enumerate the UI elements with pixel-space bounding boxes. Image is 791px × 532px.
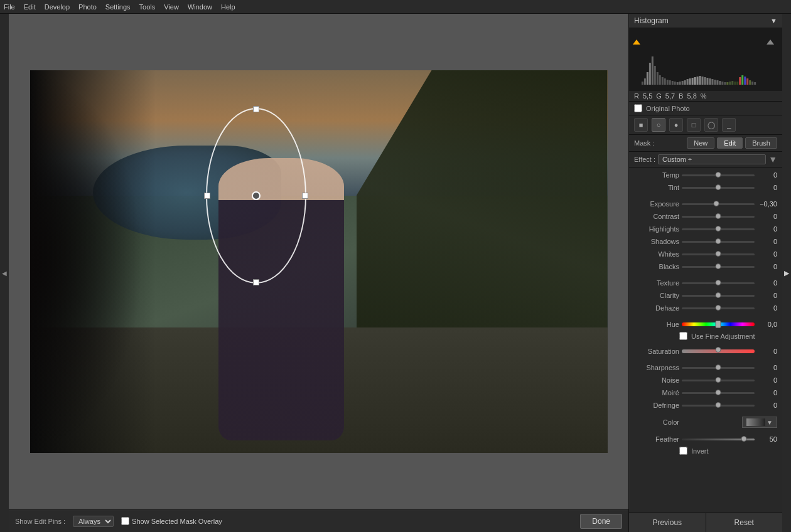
r-value: 5,5 <box>643 92 652 100</box>
highlights-thumb[interactable] <box>716 226 721 231</box>
moire-track[interactable] <box>682 392 755 394</box>
blacks-thumb[interactable] <box>716 263 721 269</box>
mask-brush-button[interactable]: Brush <box>745 137 777 149</box>
menu-tools[interactable]: Tools <box>139 3 156 11</box>
svg-rect-23 <box>699 76 701 85</box>
highlights-track[interactable] <box>682 228 755 230</box>
temp-track[interactable] <box>682 174 755 176</box>
mask-new-button[interactable]: New <box>687 137 714 149</box>
histogram-dropdown-icon[interactable]: ▼ <box>770 17 777 24</box>
shadows-thumb[interactable] <box>716 238 721 244</box>
tool-rect-icon[interactable]: ■ <box>634 118 648 132</box>
tool-ellipse-icon[interactable]: ◯ <box>704 118 718 132</box>
sharpness-row: Sharpness 0 <box>629 361 782 374</box>
hue-thumb[interactable] <box>716 321 721 328</box>
person-element <box>218 158 344 440</box>
menu-view[interactable]: View <box>164 3 179 11</box>
whites-thumb[interactable] <box>716 251 721 257</box>
sharpness-thumb[interactable] <box>716 364 721 370</box>
feather-track[interactable] <box>682 439 755 440</box>
svg-rect-21 <box>694 77 696 85</box>
menu-develop[interactable]: Develop <box>45 3 70 11</box>
exposure-track[interactable] <box>682 203 755 205</box>
menu-photo[interactable]: Photo <box>78 3 97 11</box>
whites-track[interactable] <box>682 253 755 255</box>
menu-help[interactable]: Help <box>221 3 235 11</box>
done-button[interactable]: Done <box>580 514 622 529</box>
shadows-track[interactable] <box>682 241 755 243</box>
clarity-track[interactable] <box>682 295 755 297</box>
contrast-thumb[interactable] <box>716 213 721 219</box>
original-photo-row: Original Photo <box>629 102 782 115</box>
svg-rect-4 <box>652 56 654 85</box>
svg-rect-12 <box>672 81 674 85</box>
svg-rect-27 <box>709 78 711 85</box>
reset-button[interactable]: Reset <box>706 513 783 532</box>
right-panel-collapse[interactable]: ▶ <box>782 14 791 532</box>
defringe-value: 0 <box>757 402 777 409</box>
saturation-label: Saturation <box>634 348 679 355</box>
tint-track[interactable] <box>682 187 755 189</box>
svg-rect-26 <box>706 78 708 85</box>
defringe-thumb[interactable] <box>716 402 721 408</box>
tool-square-icon[interactable]: □ <box>687 118 701 132</box>
noise-track[interactable] <box>682 380 755 381</box>
noise-thumb[interactable] <box>716 377 721 383</box>
svg-rect-45 <box>754 82 756 85</box>
clarity-label: Clarity <box>634 292 679 299</box>
original-photo-checkbox[interactable] <box>634 104 642 112</box>
previous-button[interactable]: Previous <box>629 513 706 532</box>
clarity-thumb[interactable] <box>716 292 721 298</box>
shadows-value: 0 <box>757 238 777 245</box>
invert-checkbox[interactable] <box>679 447 687 455</box>
clarity-row: Clarity 0 <box>629 289 782 302</box>
g-value: 5,7 <box>665 92 675 100</box>
mask-edit-button[interactable]: Edit <box>717 137 743 149</box>
menu-edit[interactable]: Edit <box>24 3 36 11</box>
sharpness-track[interactable] <box>682 367 755 369</box>
temp-thumb[interactable] <box>716 172 721 178</box>
hue-track[interactable] <box>682 322 755 326</box>
left-panel-collapse[interactable]: ◀ <box>0 14 9 532</box>
exposure-value: −0,30 <box>757 200 777 208</box>
fine-adjustment-row: Use Fine Adjustment <box>629 331 782 341</box>
svg-rect-39 <box>739 77 741 85</box>
tool-dot-icon[interactable]: ● <box>669 118 683 132</box>
contrast-track[interactable] <box>682 216 755 218</box>
color-swatch-button[interactable]: ▼ <box>742 417 777 428</box>
effect-dropdown-icon[interactable]: ▼ <box>768 154 777 164</box>
menu-file[interactable]: File <box>4 3 15 11</box>
dehaze-track[interactable] <box>682 307 755 309</box>
blacks-track[interactable] <box>682 266 755 268</box>
moire-row: Moiré 0 <box>629 386 782 399</box>
photo-container <box>30 70 608 453</box>
hue-label: Hue <box>634 321 679 328</box>
tool-circle-icon[interactable]: ○ <box>652 118 665 132</box>
r-label: R <box>634 92 639 100</box>
texture-thumb[interactable] <box>716 280 721 285</box>
saturation-thumb[interactable] <box>716 347 721 353</box>
texture-label: Texture <box>634 279 679 287</box>
panel-bottom-buttons: Previous Reset <box>629 513 782 532</box>
fine-adjustment-checkbox[interactable] <box>679 332 687 340</box>
whites-value: 0 <box>757 250 777 258</box>
effect-value: Custom ÷ <box>658 154 766 164</box>
menubar: File Edit Develop Photo Settings Tools V… <box>0 0 791 14</box>
highlights-label: Highlights <box>634 225 679 233</box>
texture-track[interactable] <box>682 282 755 284</box>
show-mask-checkbox[interactable] <box>121 517 129 525</box>
feather-thumb[interactable] <box>741 436 746 442</box>
exposure-thumb[interactable] <box>713 201 719 206</box>
tool-slider-icon[interactable]: ⎯ <box>722 118 736 132</box>
dehaze-thumb[interactable] <box>716 305 721 311</box>
defringe-track[interactable] <box>682 405 755 407</box>
saturation-track[interactable] <box>682 349 755 353</box>
bottom-toolbar: Show Edit Pins : Always Show Selected Ma… <box>9 509 628 532</box>
menu-settings[interactable]: Settings <box>105 3 131 11</box>
moire-thumb[interactable] <box>716 390 721 395</box>
tint-thumb[interactable] <box>716 184 721 190</box>
menu-window[interactable]: Window <box>188 3 212 11</box>
histogram-area <box>629 28 782 91</box>
edit-pins-select[interactable]: Always <box>73 516 114 527</box>
svg-rect-2 <box>647 72 648 85</box>
